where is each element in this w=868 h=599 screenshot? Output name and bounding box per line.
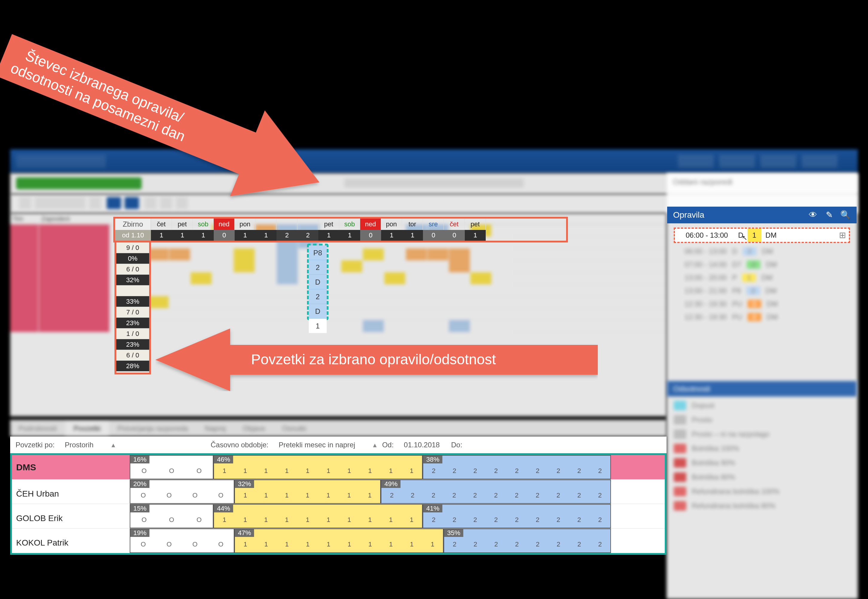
task-code: PU [732, 300, 742, 308]
task-time: 13:00 - 20:00 [684, 274, 727, 282]
tab-objave[interactable]: Objave [234, 420, 274, 437]
gantt-cell-value: 2 [444, 540, 465, 548]
edit-icon[interactable]: ✎ [824, 210, 835, 220]
gantt-cell-value: 1 [235, 492, 255, 499]
zbirno-ratio-cell: 6 / 0 [116, 350, 149, 361]
column-header-tim: Tim [10, 213, 38, 224]
day-header-cell[interactable]: pon [381, 218, 402, 230]
gantt-cell-value: 1 [401, 516, 422, 524]
gantt-cell-value: O [208, 492, 234, 499]
absence-row[interactable]: Bolniška 80% [674, 470, 853, 484]
day-header-cell[interactable] [297, 218, 319, 230]
gantt-cell-value: 1 [359, 492, 380, 499]
gantt-cell-value: 1 [359, 516, 380, 524]
tab-povzetki[interactable]: Povzetki [65, 420, 109, 437]
zbirno-percent-cell: 0% [116, 253, 149, 264]
do-label: Do: [451, 436, 462, 453]
zbirno-percent-cell: 32% [116, 275, 149, 286]
selected-task-row[interactable]: 06:00 - 13:00 ↖ D 1 DM ⊞ [674, 227, 850, 243]
day-count-cell: 1 [319, 230, 339, 241]
task-row[interactable]: 06:00 - 13:00D2DM [674, 245, 850, 258]
tab-preverjanja razporeda[interactable]: Preverjanja razporeda [109, 420, 196, 437]
zbirno-ratio-cell: 9 / 0 [116, 242, 149, 253]
od-value[interactable]: 01.10.2018 [398, 436, 446, 453]
day-header-cell[interactable] [276, 218, 297, 230]
gantt-cell-value: O [185, 516, 213, 524]
task-row[interactable]: 07:00 - 14:00D72DM [674, 258, 850, 271]
gantt-row: KOKOL Patrik19%OOOO47%111111111135%22222… [12, 528, 665, 553]
gantt-segment-percent: 44% [214, 505, 233, 512]
day-header-cell[interactable]: ned [214, 218, 235, 230]
app-navbar [10, 149, 858, 173]
eye-icon[interactable]: 👁 [808, 210, 818, 220]
absence-row[interactable]: Refundirana bolniška 100% [674, 484, 853, 499]
day-count-cell: 1 [172, 230, 193, 241]
opravila-panel-header[interactable]: Opravila 👁 ✎ 🔍 [667, 207, 857, 223]
povzetki-select[interactable]: Prostorih [59, 436, 100, 453]
tab-naprej[interactable]: Naprej [196, 420, 234, 437]
task-time: 06:00 - 13:00 [684, 247, 727, 256]
gantt-segment-percent: 47% [235, 529, 254, 537]
gantt-segment-values: 1111111111 [235, 540, 443, 548]
gantt-row-name: DMS [16, 462, 36, 473]
task-code: PU [732, 313, 742, 321]
gantt-cell-value: 1 [214, 467, 235, 475]
gantt-cell-value: 2 [506, 492, 527, 499]
task-row[interactable]: 13:00 - 21:00P82DM [674, 284, 850, 297]
absence-row[interactable]: Bolniška 100% [674, 441, 853, 456]
tab-podrobnosti[interactable]: Podrobnosti [10, 420, 65, 437]
day-header-cell[interactable]: pet [172, 218, 193, 230]
absence-row[interactable]: Prosto [674, 413, 853, 427]
expand-plus-icon[interactable]: ⊞ [839, 229, 846, 242]
gantt-cell-value: 2 [589, 492, 610, 499]
task-row[interactable]: 13:00 - 20:00P1DM [674, 271, 850, 284]
day-header-cell[interactable]: sob [193, 218, 214, 230]
teal-cell: 1 [309, 319, 327, 333]
task-count-chip: 0 [747, 300, 761, 308]
day-header-cell[interactable]: sre [423, 218, 444, 230]
tab-osnutki[interactable]: Osnutki [274, 420, 315, 437]
day-header-cell[interactable]: čet [151, 218, 172, 230]
gantt-cell-value: 2 [465, 467, 486, 475]
gantt-segment-percent: 32% [235, 480, 254, 488]
gantt-cell-value: 2 [486, 540, 507, 548]
gantt-segment: 44%1111111111 [213, 504, 423, 528]
task-count-chip: 2 [743, 247, 756, 256]
absence-row[interactable]: Prosto – ni na razpolago [674, 427, 853, 441]
day-header-cell[interactable]: pet [319, 218, 339, 230]
absence-row[interactable]: Dopust [674, 398, 853, 413]
day-count-cell: 1 [402, 230, 423, 241]
day-header-cell[interactable]: sob [339, 218, 360, 230]
povzetki-filter-row[interactable]: Povzetki po: Prostorih ▴ Časovno obdobje… [10, 436, 667, 453]
tabs-strip[interactable]: PodrobnostiPovzetkiPreverjanja razporeda… [10, 420, 667, 436]
day-header-cell[interactable]: pon [235, 218, 255, 230]
task-row[interactable]: 12:30 - 19:30PU0DM [674, 297, 850, 310]
period-select[interactable]: Pretekli mesec in naprej [273, 436, 361, 453]
gantt-cell-value: 2 [590, 516, 611, 524]
task-row[interactable]: 12:30 - 19:30PU0DM [674, 310, 850, 324]
chevron-down-icon: ▴ [112, 436, 115, 453]
gantt-cell-value: 2 [548, 467, 569, 475]
gantt-segment-values: OOOO [130, 540, 234, 548]
gantt-cell-value: 2 [465, 516, 486, 524]
gantt-segment-values: 222222222 [423, 516, 610, 524]
day-header-cell[interactable] [255, 218, 276, 230]
day-header-cell[interactable]: ned [360, 218, 381, 230]
gantt-cell-value: 1 [318, 540, 339, 548]
search-icon[interactable]: 🔍 [840, 210, 851, 220]
chevron-down-icon: ▴ [373, 436, 377, 453]
absence-row[interactable]: Bolniška 90% [674, 456, 853, 470]
gantt-segment-percent: 41% [423, 505, 442, 512]
absence-label: Bolniška 80% [691, 473, 735, 482]
day-header-cell[interactable]: čet [444, 218, 465, 230]
absence-color-swatch [674, 415, 686, 424]
absence-row[interactable]: Refundirana bolniška 80% [674, 499, 853, 513]
day-count-cell: 1 [235, 230, 255, 241]
day-header-cell[interactable]: pet [465, 218, 486, 230]
gantt-segment-values: 1111111 [235, 492, 380, 499]
day-count-cell: 0 [444, 230, 465, 241]
task-code: P [732, 274, 737, 282]
absences-panel-header[interactable]: Odsotnosti [667, 381, 857, 397]
absence-label: Refundirana bolniška 80% [691, 502, 775, 510]
day-header-cell[interactable]: tor [402, 218, 423, 230]
